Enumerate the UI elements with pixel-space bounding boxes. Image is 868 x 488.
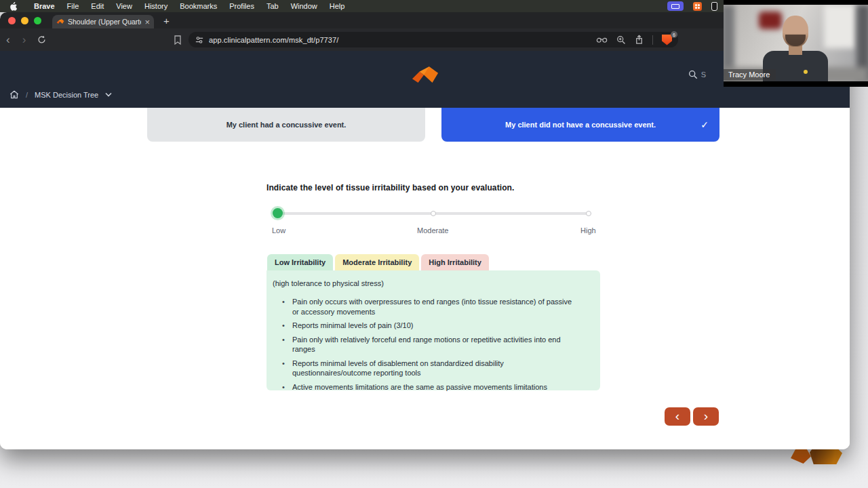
home-icon[interactable] <box>9 90 19 99</box>
chevron-down-icon[interactable] <box>105 92 112 97</box>
minimize-window-button[interactable] <box>21 17 28 24</box>
presenter-name-tag: Tracy Moore <box>724 69 776 81</box>
site-favicon-icon <box>56 18 64 25</box>
screen-share-indicator-icon[interactable] <box>667 1 684 11</box>
zoom-window-button[interactable] <box>34 17 41 24</box>
panel-bullet: Reports minimal levels of disablement on… <box>273 359 578 378</box>
slider-stop-moderate[interactable] <box>431 211 436 216</box>
slider-label-moderate: Moderate <box>417 226 448 235</box>
question-heading: Indicate the level of tissue irritabilit… <box>267 183 514 192</box>
menu-item-brave[interactable]: Brave <box>28 0 61 12</box>
window-controls <box>8 17 41 24</box>
irritability-tabs: Low Irritability Moderate Irritability H… <box>267 254 489 270</box>
webcam-overlay: Tracy Moore <box>724 0 868 87</box>
browser-window: Shoulder (Upper Quarter) - M × + ‹ › app… <box>0 12 850 449</box>
apple-menu-icon[interactable] <box>9 2 17 11</box>
close-tab-icon[interactable]: × <box>144 18 150 26</box>
menu-item-history[interactable]: History <box>138 0 174 12</box>
forward-button[interactable]: › <box>16 34 33 45</box>
new-tab-button[interactable]: + <box>163 15 170 26</box>
reload-button[interactable] <box>32 35 52 44</box>
panel-bullet: Pain only with relatively forceful end r… <box>273 335 578 354</box>
zoom-page-icon[interactable] <box>616 35 626 45</box>
browser-toolbar: ‹ › app.clinicalpattern.com/msk_dt/p7737… <box>0 28 850 51</box>
tab-high-irritability[interactable]: High Irritability <box>421 254 489 270</box>
menu-item-tab[interactable]: Tab <box>260 0 285 12</box>
panel-bullet-list: Pain only occurs with overpressures to e… <box>273 297 588 392</box>
password-manager-icon[interactable] <box>596 36 608 43</box>
panel-subtitle: (high tolerance to physical stress) <box>273 279 588 287</box>
slider-label-high: High <box>580 226 596 235</box>
panel-bullet: Pain only occurs with overpressures to e… <box>273 297 578 317</box>
page-content: My client had a concussive event. My cli… <box>0 108 850 449</box>
site-settings-icon[interactable] <box>195 36 203 44</box>
browser-tab-bar: Shoulder (Upper Quarter) - M × + <box>0 12 850 28</box>
share-icon[interactable] <box>635 35 644 45</box>
tab-moderate-irritability[interactable]: Moderate Irritability <box>335 254 419 270</box>
tab-title: Shoulder (Upper Quarter) - M <box>68 18 141 26</box>
close-window-button[interactable] <box>8 17 16 24</box>
menu-item-help[interactable]: Help <box>323 0 351 12</box>
option-card-no-concussion-selected[interactable]: My client did not have a concussive even… <box>441 108 719 142</box>
toolbar-divider <box>652 35 653 45</box>
next-step-button[interactable]: › <box>693 407 719 426</box>
site-header: S / MSK Decision Tree <box>0 51 850 108</box>
status-bar-icon[interactable] <box>711 2 717 11</box>
header-search[interactable]: S <box>688 70 706 79</box>
panel-bullet: Active movements limitations are the sam… <box>273 382 578 392</box>
menu-item-view[interactable]: View <box>110 0 138 12</box>
wizard-navigation: ‹ › <box>665 407 719 426</box>
bookmark-sidebar-icon[interactable] <box>174 35 182 45</box>
menu-item-file[interactable]: File <box>61 0 85 12</box>
background-blur <box>759 12 782 29</box>
slider-handle-low[interactable] <box>273 208 283 218</box>
background-blur <box>824 5 855 48</box>
browser-tab[interactable]: Shoulder (Upper Quarter) - M × <box>52 15 154 28</box>
menu-item-edit[interactable]: Edit <box>85 0 110 12</box>
previous-step-button[interactable]: ‹ <box>665 407 690 426</box>
panel-bullet: Reports minimal levels of pain (3/10) <box>273 321 578 331</box>
search-icon[interactable] <box>688 70 698 79</box>
option-card-had-concussion[interactable]: My client had a concussive event. <box>147 108 425 142</box>
option-card-label: My client had a concussive event. <box>226 121 347 129</box>
extension-status-icon[interactable] <box>693 2 702 11</box>
site-logo[interactable] <box>411 66 439 85</box>
back-button[interactable]: ‹ <box>0 34 16 45</box>
breadcrumb: / MSK Decision Tree <box>9 90 112 99</box>
irritability-detail-panel: (high tolerance to physical stress) Pain… <box>267 270 600 390</box>
slider-stop-high[interactable] <box>586 211 591 216</box>
shield-badge: 6 <box>671 31 677 38</box>
url-text[interactable]: app.clinicalpattern.com/msk_dt/p7737/ <box>209 36 338 44</box>
menu-item-bookmarks[interactable]: Bookmarks <box>174 0 223 12</box>
tab-low-irritability[interactable]: Low Irritability <box>267 254 333 270</box>
slider-label-low: Low <box>272 226 285 235</box>
shirt-logo <box>804 70 808 74</box>
check-icon: ✓ <box>701 119 709 130</box>
menu-item-window[interactable]: Window <box>285 0 323 12</box>
option-card-label: My client did not have a concussive even… <box>505 121 656 129</box>
breadcrumb-label[interactable]: MSK Decision Tree <box>35 91 98 99</box>
breadcrumb-separator: / <box>26 91 28 99</box>
menu-item-profiles[interactable]: Profiles <box>223 0 260 12</box>
search-hint-text: S <box>701 70 706 79</box>
